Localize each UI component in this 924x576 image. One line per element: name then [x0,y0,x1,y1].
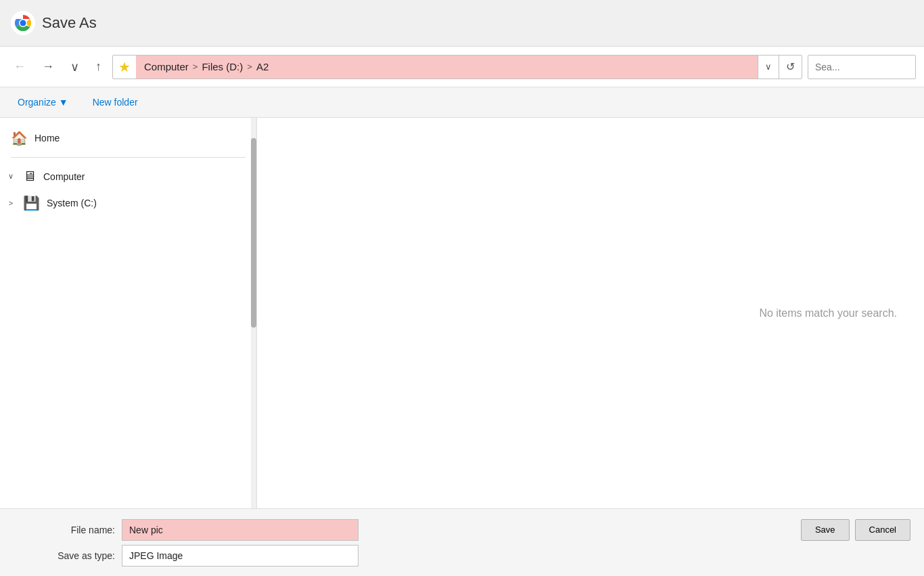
address-dropdown-button[interactable]: ∨ [758,56,779,79]
bottom-actions: Save Cancel [801,519,910,541]
sidebar-item-home[interactable]: 🏠 Home [0,125,256,152]
svg-point-2 [20,20,26,26]
forward-button[interactable]: → [37,57,60,76]
title-bar: Save As [0,0,924,47]
organize-button[interactable]: Organize ▼ [14,94,72,110]
organize-arrow: ▼ [59,97,68,108]
sidebar-scrollbar-thumb[interactable] [251,138,256,328]
file-name-input[interactable] [122,519,359,541]
save-type-label: Save as type: [14,550,122,561]
dropdown-button[interactable]: ∨ [65,57,85,77]
home-icon: 🏠 [11,130,28,146]
address-refresh-button[interactable]: ↺ [779,56,802,79]
system-c-expand-icon: > [5,199,16,207]
search-input[interactable] [808,55,916,79]
computer-expand-icon: ∨ [5,172,16,181]
sidebar-scrollbar[interactable] [251,118,256,508]
new-folder-button[interactable]: New folder [89,94,142,110]
empty-message: No items match your search. [759,307,897,319]
main-area: 🏠 Home ∨ 🖥 Computer > 💾 System (C:) No i… [0,118,924,508]
save-type-row: Save as type: JPEG Image [14,545,910,567]
sidebar: 🏠 Home ∨ 🖥 Computer > 💾 System (C:) [0,118,257,508]
nav-bar: ← → ∨ ↑ ★ Computer > Files (D:) > A2 ∨ ↺ [0,47,924,87]
address-bar[interactable]: ★ Computer > Files (D:) > A2 ∨ ↺ [112,55,802,79]
separator-1: > [193,62,198,72]
save-type-select[interactable]: JPEG Image [122,545,359,567]
up-button[interactable]: ↑ [90,57,107,76]
separator-2: > [247,62,252,72]
dialog-title: Save As [42,14,97,32]
sidebar-item-computer[interactable]: ∨ 🖥 Computer [0,163,256,190]
back-button[interactable]: ← [8,57,31,76]
sidebar-computer-label: Computer [43,171,85,182]
cancel-button[interactable]: Cancel [855,519,910,541]
favorite-star-button[interactable]: ★ [113,59,136,75]
address-segment-a2: A2 [256,61,269,72]
address-segment-computer: Computer [144,61,189,72]
save-button[interactable]: Save [801,519,850,541]
sidebar-home-label: Home [34,133,60,143]
sidebar-divider [11,157,246,158]
sidebar-system-c-label: System (C:) [47,198,97,208]
system-c-icon: 💾 [23,195,40,211]
computer-icon: 🖥 [23,169,37,184]
content-area: No items match your search. [257,118,924,508]
file-name-row: File name: Save Cancel [14,519,910,541]
organize-label: Organize [18,97,56,108]
file-name-label: File name: [14,525,122,535]
address-segment-files: Files (D:) [202,61,243,72]
sidebar-item-system-c[interactable]: > 💾 System (C:) [0,190,256,217]
bottom-bar: File name: Save Cancel Save as type: JPE… [0,508,924,576]
chrome-icon [11,11,35,35]
toolbar: Organize ▼ New folder [0,87,924,118]
address-path[interactable]: Computer > Files (D:) > A2 [136,56,758,79]
